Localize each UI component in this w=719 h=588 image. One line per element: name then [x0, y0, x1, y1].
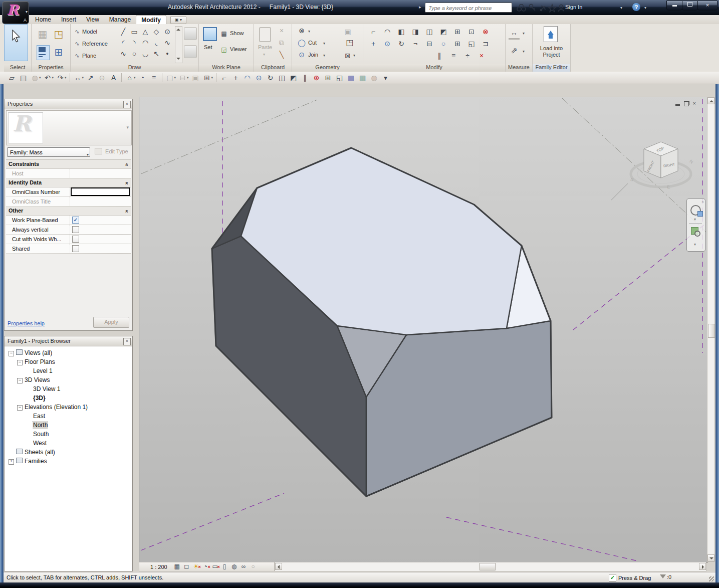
draw-tool-icon-11[interactable]: ∿ — [118, 48, 129, 59]
horizontal-scroll-thumb[interactable] — [480, 563, 496, 570]
key-icon[interactable] — [530, 5, 536, 11]
draw-tool-icon-13[interactable]: ◡ — [140, 48, 151, 59]
favorites-star-icon[interactable] — [549, 5, 556, 12]
checkbox-checked[interactable]: ✓ — [72, 217, 79, 224]
scroll-left-button[interactable] — [275, 563, 282, 570]
tree-label-level-1[interactable]: Level 1 — [33, 367, 53, 374]
collapse-chevron-icon[interactable]: » — [122, 181, 130, 184]
tree-item-elevations-elevation-1[interactable]: −Elevations (Elevation 1) — [6, 403, 131, 412]
panel-label-modify[interactable]: Modify — [363, 64, 505, 72]
modify-tool-icon-1-1[interactable]: ⌐ — [366, 26, 380, 37]
prop-value[interactable] — [70, 225, 131, 234]
tree-item-west[interactable]: West — [6, 439, 131, 448]
project-browser-title[interactable]: Family1 - Project Browser × — [5, 336, 132, 346]
shadows-icon[interactable]: ◔× — [201, 562, 210, 571]
expand-icon[interactable]: + — [9, 459, 14, 465]
modify-tool-icon-2-7[interactable]: ⊞ — [450, 38, 464, 49]
tree-item-views-all[interactable]: −Views (all) — [6, 348, 131, 357]
prop-section-identity-data[interactable]: Identity Data» — [6, 178, 131, 187]
family-category-icon[interactable]: ◳ — [52, 27, 66, 41]
collapse-chevron-icon[interactable]: » — [122, 210, 130, 213]
redo-dropdown-icon[interactable]: ▾ — [65, 76, 67, 80]
match-type-icon[interactable]: ╲ — [276, 49, 287, 60]
family-types-grid-icon[interactable]: ⊞ — [52, 45, 66, 59]
wheel-dropdown-icon[interactable]: ▾ — [694, 217, 696, 222]
draw-tool-icon-4[interactable]: ◇ — [151, 26, 162, 37]
view-scale[interactable]: 1 : 200 — [150, 564, 167, 570]
properties-palette-title[interactable]: Properties × — [5, 99, 132, 109]
view-restore-icon[interactable] — [684, 101, 689, 106]
preview-dropdown-icon[interactable]: ▾ — [126, 125, 129, 130]
selection-filter[interactable]: :0 — [660, 574, 671, 580]
visual-style-icon[interactable]: ◻ — [182, 562, 191, 571]
draw-tool-icon-14[interactable]: ↖ — [151, 48, 162, 59]
panel-label-clipboard[interactable]: Clipboard — [254, 64, 292, 72]
rotate-icon[interactable]: ↻ — [265, 72, 276, 83]
paste-label[interactable]: Paste — [258, 44, 272, 50]
modify-tool-icon-2-8[interactable]: ◱ — [464, 38, 478, 49]
properties-close-icon[interactable]: × — [123, 101, 131, 108]
prop-section-constraints[interactable]: Constraints» — [6, 160, 131, 169]
tree-item-3d-views[interactable]: −3D Views — [6, 375, 131, 384]
draw-tool-icon-3[interactable]: △ — [140, 26, 151, 37]
thin-lines-icon[interactable]: ≡ — [148, 72, 160, 83]
tree-label-views-all[interactable]: Views (all) — [25, 349, 52, 356]
communication-center-icon[interactable] — [540, 6, 545, 11]
cut-label[interactable]: Cut — [308, 40, 317, 46]
open-icon[interactable]: ▱ — [6, 72, 18, 83]
prop-row-always-vertical[interactable]: Always vertical — [6, 225, 131, 235]
tab-home[interactable]: Home — [30, 15, 56, 24]
prop-row-omniclass-number[interactable]: OmniClass Number — [6, 187, 131, 197]
unpin-icon[interactable]: ▦ — [357, 72, 368, 83]
modify-tool-icon-1-4[interactable]: ◨ — [408, 26, 422, 37]
tree-item-3d-view-1[interactable]: 3D View 1 — [6, 384, 131, 394]
checkbox-unchecked[interactable] — [72, 245, 79, 252]
modify-tool-icon-2-9[interactable]: ⊐ — [478, 38, 493, 49]
modify-tool-icon-2-4[interactable]: ¬ — [408, 38, 422, 49]
tree-item-level-1[interactable]: Level 1 — [6, 366, 131, 375]
modify-tool-icon-1-9[interactable]: ⊗ — [478, 26, 493, 37]
panel-label-work-plane[interactable]: Work Plane — [199, 64, 254, 72]
split-with-gap-icon[interactable]: ⊕ — [311, 72, 322, 83]
draw-tool-icon-15[interactable]: • — [162, 48, 173, 59]
locked-3d-view-icon[interactable]: ◍ — [229, 562, 239, 571]
tree-label-3d-view-1[interactable]: 3D View 1 — [33, 385, 60, 393]
cut-geometry-small-icon[interactable]: ⊗ — [296, 25, 307, 36]
detail-level-icon[interactable]: ▦ — [172, 562, 182, 571]
view-close-icon[interactable]: × — [693, 100, 696, 107]
prop-row-work-plane-based[interactable]: Work Plane-Based✓ — [6, 216, 131, 225]
scroll-right-button[interactable] — [699, 563, 706, 570]
draw-tool-icon-7[interactable]: ◝ — [129, 37, 140, 48]
panel-label-properties[interactable]: Properties — [32, 64, 70, 72]
default-3d-view-dropdown-icon[interactable]: ▾ — [134, 76, 136, 80]
steering-wheel-icon[interactable] — [690, 205, 701, 216]
drawing-area[interactable]: TOP FRONT RIGHT N E S × × ▾ ▾ — [139, 97, 707, 563]
join-label[interactable]: Join — [308, 52, 318, 58]
section-icon[interactable]: ◔ — [137, 72, 148, 83]
draw-tool-icon-9[interactable]: ◟ — [151, 37, 162, 48]
infocenter-toggle-icon[interactable]: ▸ — [419, 5, 421, 10]
zoom-tool-icon[interactable] — [691, 227, 698, 235]
pin-icon[interactable]: ▦ — [345, 72, 357, 83]
panel-label-geometry[interactable]: Geometry — [292, 64, 363, 72]
tab-view[interactable]: View — [81, 15, 104, 24]
tree-item-north[interactable]: North — [6, 421, 131, 430]
checkbox-unchecked[interactable] — [72, 236, 79, 243]
draw-tool-icon-2[interactable]: ▭ — [129, 26, 140, 37]
demolish-icon[interactable]: ⊠ — [342, 50, 353, 61]
modify-tool-icon-1-8[interactable]: ⊡ — [464, 26, 478, 37]
edit-type-button[interactable]: Edit Type — [95, 148, 128, 154]
tree-label-sheets-all[interactable]: Sheets (all) — [25, 449, 55, 456]
prop-value[interactable] — [70, 244, 131, 253]
collapse-icon[interactable]: − — [17, 378, 23, 383]
sun-path-icon[interactable]: ☀× — [191, 562, 201, 571]
horizontal-scrollb[interactable] — [275, 562, 706, 571]
save-icon[interactable]: ▤ — [18, 72, 29, 83]
tree-item-floor-plans[interactable]: −Floor Plans — [6, 357, 131, 366]
modify-tool-icon-2-1[interactable]: + — [366, 38, 380, 49]
minimize-button[interactable] — [666, 1, 682, 11]
tab-manage[interactable]: Manage — [104, 15, 136, 24]
customize-icon[interactable]: ▾ — [380, 72, 391, 83]
search-binoculars-icon[interactable] — [517, 5, 526, 11]
prop-value[interactable] — [70, 235, 131, 244]
